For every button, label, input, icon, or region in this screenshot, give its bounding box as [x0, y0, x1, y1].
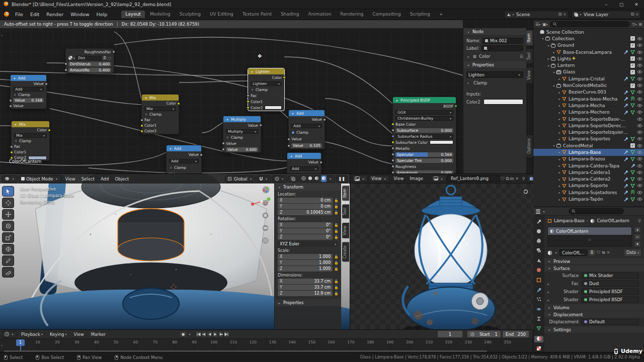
node-panel-header[interactable]: ▾Node — [463, 28, 526, 36]
outliner-row-noncoloredmetallic[interactable]: ▾NonColoredMetallic✓ — [533, 82, 644, 88]
output-socket[interactable] — [454, 105, 457, 108]
panel-header-volume[interactable]: ▸Volume — [544, 304, 644, 311]
input-socket[interactable] — [287, 144, 290, 147]
modifier-wrench-icon[interactable] — [623, 90, 628, 95]
properties-tab-constraints[interactable] — [534, 316, 543, 322]
collection-checkbox[interactable]: ✓ — [630, 56, 635, 61]
transform-field[interactable]: X0 cm — [278, 198, 333, 203]
color-swatch[interactable] — [472, 54, 477, 59]
mode-dropdown[interactable]: Object Mode ▾ — [19, 175, 61, 183]
eye-icon[interactable] — [637, 57, 642, 61]
cursor-tool-button[interactable] — [2, 198, 14, 208]
color2-swatch[interactable] — [484, 99, 523, 105]
outliner-row-beziercurve-003[interactable]: ▸BezierCurve.003 — [533, 89, 644, 96]
node-row[interactable]: Color1 — [12, 149, 49, 155]
node-add-3[interactable]: ▾AddValueAdd▾✓ClampValueValue0.105 — [288, 110, 325, 149]
input-socket[interactable] — [391, 135, 394, 138]
input-socket[interactable] — [391, 165, 394, 168]
shader-side-tab-options[interactable]: Options — [526, 135, 533, 157]
viewport-side-tab-view[interactable]: View — [342, 223, 349, 238]
workspace-tab-modeling[interactable]: Modeling — [146, 11, 175, 18]
slot-specials-button[interactable]: ▾ — [634, 241, 641, 247]
node-row[interactable]: ▾Dirt2◯ — [66, 55, 114, 61]
eye-icon[interactable] — [637, 37, 642, 41]
expand-open-icon[interactable]: ▾ — [552, 144, 556, 147]
node-row[interactable]: Multiply▾ — [223, 128, 261, 134]
eye-icon[interactable] — [637, 150, 642, 154]
node-header[interactable]: ▾Add — [11, 75, 46, 81]
node-row[interactable]: Color — [12, 127, 49, 133]
outliner-row-l-mpara-mecha[interactable]: ▸Lámpara-Mecha — [533, 102, 644, 109]
collapse-icon[interactable]: ▾ — [13, 76, 17, 80]
expand-closed-icon[interactable]: ▸ — [557, 157, 561, 161]
output-socket[interactable] — [259, 124, 262, 127]
viewport-side-tab-tool[interactable]: Tool — [342, 205, 349, 219]
input-socket[interactable] — [222, 148, 225, 151]
workspace-tab-rendering[interactable]: Rendering — [336, 11, 367, 18]
panel-header-preview[interactable]: ▸Preview — [544, 257, 644, 264]
color-swatch[interactable] — [430, 140, 453, 144]
node-row[interactable]: Anisotropic0.000 — [393, 169, 456, 173]
outliner-row-l-mpara-cristal[interactable]: ▸Lámpara-Cristal — [533, 75, 644, 82]
material-browse-icon[interactable] — [547, 250, 552, 255]
collection-checkbox[interactable]: ✓ — [630, 143, 635, 148]
current-frame-field[interactable]: 1 — [438, 331, 462, 337]
node-group-dirt[interactable]: RoughnessFac▾Dirt2◯DirtDistrub0.400Amoun… — [65, 48, 114, 73]
node-row[interactable]: Color — [248, 74, 284, 80]
collapse-icon[interactable]: ▾ — [169, 147, 173, 150]
transform-field[interactable]: Z12.9 cm — [278, 291, 333, 296]
shading-solid-icon[interactable] — [308, 176, 312, 182]
node-row[interactable]: Value — [167, 151, 201, 158]
expand-closed-icon[interactable]: ▸ — [557, 150, 561, 154]
blend-mode-dropdown[interactable]: Lighten▾ — [466, 71, 523, 78]
transform-field[interactable]: Y1.000 — [278, 260, 333, 265]
shading-material-icon[interactable] — [314, 176, 319, 182]
snap-dropdown[interactable]: ▾ — [257, 175, 271, 183]
eye-icon[interactable] — [637, 117, 642, 121]
workspace-tab-compositing[interactable]: Compositing — [368, 11, 405, 18]
texture-name-field[interactable]: Dirt — [76, 56, 102, 60]
workspace-tab-+[interactable]: + — [435, 11, 447, 18]
node-checkbox[interactable] — [169, 166, 173, 169]
display-mode-icon[interactable]: ☰▾ — [535, 22, 540, 27]
unlink-image-icon[interactable]: ✕ — [515, 176, 519, 181]
material-name-field[interactable]: ColorOfL... — [559, 249, 587, 256]
pin-icon[interactable]: ⚲ — [522, 176, 525, 181]
image-name-field[interactable]: Ref_Lantern9.png — [447, 175, 500, 182]
input-socket[interactable] — [9, 105, 12, 108]
node-row[interactable]: BSDF — [393, 103, 456, 109]
funnel-icon[interactable]: ▽▾ — [632, 22, 636, 27]
properties-tab-world[interactable] — [534, 267, 543, 274]
mesh-data-icon[interactable] — [630, 170, 635, 174]
collection-checkbox[interactable]: ✓ — [630, 83, 635, 88]
pause-render-button[interactable]: ❚❚ — [336, 175, 348, 183]
expand-open-icon[interactable]: ▾ — [546, 44, 550, 47]
eye-icon[interactable] — [637, 43, 642, 47]
eye-icon[interactable] — [637, 63, 642, 67]
modifier-wrench-icon[interactable] — [630, 163, 635, 168]
node-row[interactable]: Color2 — [248, 105, 284, 111]
breadcrumb-object[interactable]: Lámpara-Base — [554, 218, 585, 223]
expand-open-icon[interactable]: ▾ — [541, 37, 545, 40]
node-header[interactable]: ▾Add — [167, 145, 201, 151]
expand-closed-icon[interactable]: ▸ — [557, 170, 561, 174]
output-socket[interactable] — [200, 153, 203, 156]
node-lighten[interactable]: ▾LightenColorLighten▾ClampFacColor1Color… — [248, 68, 285, 111]
properties-tab-physics[interactable] — [534, 307, 543, 313]
node-row[interactable]: Add▾ — [11, 86, 46, 92]
node-row[interactable]: Clamp — [11, 92, 46, 98]
collapse-icon[interactable]: ▾ — [144, 96, 148, 100]
fake-user-icon[interactable]: 🛡 — [597, 250, 601, 255]
node-row[interactable]: ✓Clamp — [289, 129, 325, 136]
expand-icon[interactable]: ▸ — [546, 290, 550, 294]
output-socket[interactable] — [177, 102, 180, 105]
auto-key-button[interactable]: ● — [180, 331, 187, 337]
timeline-menu-keying[interactable]: Keying▾ — [47, 332, 70, 337]
expand-closed-icon[interactable]: ▸ — [557, 117, 561, 121]
node-slider[interactable]: AmountRo0.400 — [68, 68, 111, 72]
eye-icon[interactable] — [637, 170, 642, 174]
node-row[interactable]: Clamp — [248, 86, 284, 93]
node-slider[interactable]: Value0.105 — [291, 143, 322, 148]
lock-icon[interactable]: 🔓 — [334, 205, 338, 209]
fake-user-icon[interactable]: 🛡 — [501, 176, 505, 181]
